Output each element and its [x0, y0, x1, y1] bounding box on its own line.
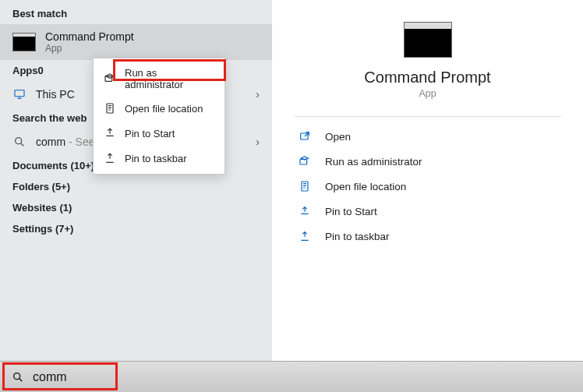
chevron-right-icon: ›	[256, 88, 260, 101]
best-match-result[interactable]: Command Prompt App	[0, 24, 272, 60]
preview-app-icon	[404, 22, 452, 58]
action-open-label: Open	[325, 131, 351, 143]
folder-icon	[103, 101, 117, 115]
open-icon	[297, 129, 313, 143]
run-admin-icon	[297, 154, 313, 168]
preview-actions: Open Run as administrator Open file loca…	[294, 128, 561, 245]
search-bar[interactable]: comm	[0, 361, 583, 392]
svg-point-1	[16, 138, 22, 144]
svg-rect-3	[107, 104, 113, 113]
svg-rect-6	[302, 182, 308, 191]
run-admin-icon	[103, 72, 117, 86]
ctx-pin-start[interactable]: Pin to Start	[94, 121, 224, 146]
ctx-pin-start-label: Pin to Start	[125, 128, 175, 139]
svg-point-7	[14, 373, 20, 379]
pin-taskbar-icon	[297, 229, 313, 243]
divider	[294, 116, 561, 117]
svg-rect-2	[105, 76, 112, 82]
ctx-open-location-label: Open file location	[125, 103, 203, 115]
preview-panel: Command Prompt App Open Run as admi	[272, 0, 583, 361]
action-pin-start[interactable]: Pin to Start	[294, 203, 561, 220]
pin-taskbar-icon	[103, 151, 117, 165]
action-open[interactable]: Open	[294, 128, 561, 145]
ctx-run-as-admin[interactable]: Run as administrator	[94, 62, 224, 96]
action-run-admin-label: Run as administrator	[325, 156, 422, 168]
pin-start-icon	[103, 126, 117, 140]
action-open-location-label: Open file location	[325, 181, 406, 192]
ctx-run-as-admin-label: Run as administrator	[125, 67, 215, 90]
pin-start-icon	[297, 204, 313, 218]
action-pin-start-label: Pin to Start	[325, 206, 377, 217]
search-results-panel: Best match Command Prompt App Apps0 This…	[0, 0, 272, 361]
context-menu: Run as administrator Open file location …	[93, 58, 225, 175]
best-match-heading: Best match	[0, 3, 272, 24]
command-prompt-icon	[12, 33, 36, 51]
folder-icon	[297, 179, 313, 193]
ctx-open-location[interactable]: Open file location	[94, 96, 224, 121]
this-pc-icon	[12, 87, 26, 101]
folders-heading[interactable]: Folders (5+)	[0, 176, 272, 197]
search-icon	[12, 135, 26, 149]
websites-heading[interactable]: Websites (1)	[0, 197, 272, 218]
ctx-pin-taskbar-label: Pin to taskbar	[125, 153, 187, 164]
svg-rect-0	[15, 90, 24, 97]
chevron-right-icon: ›	[256, 136, 260, 148]
action-pin-taskbar[interactable]: Pin to taskbar	[294, 228, 561, 245]
preview-subtitle: App	[419, 88, 436, 99]
search-query: comm	[33, 370, 67, 384]
action-run-admin[interactable]: Run as administrator	[294, 153, 561, 170]
this-pc-label: This PC	[36, 88, 75, 101]
best-match-subtitle: App	[45, 43, 134, 54]
best-match-title: Command Prompt	[45, 30, 134, 43]
search-icon	[11, 370, 25, 384]
preview-title: Command Prompt	[364, 69, 490, 87]
svg-rect-5	[300, 159, 307, 164]
web-query: comm	[36, 136, 65, 148]
action-open-location[interactable]: Open file location	[294, 178, 561, 195]
settings-heading[interactable]: Settings (7+)	[0, 218, 272, 239]
ctx-pin-taskbar[interactable]: Pin to taskbar	[94, 146, 224, 171]
action-pin-taskbar-label: Pin to taskbar	[325, 231, 390, 242]
